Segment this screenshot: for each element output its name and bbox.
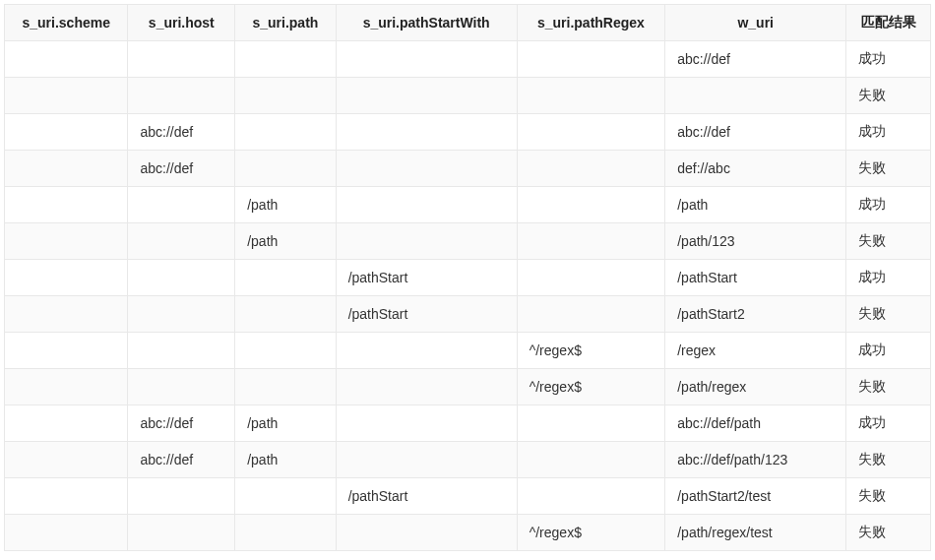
header-host: s_uri.host bbox=[128, 5, 235, 41]
cell-scheme bbox=[5, 260, 128, 296]
cell-host bbox=[128, 41, 235, 78]
cell-result: 失败 bbox=[846, 296, 931, 333]
table-row: ^/regex$/path/regex/test失败 bbox=[5, 515, 931, 551]
cell-pathRegex bbox=[517, 405, 665, 442]
cell-scheme bbox=[5, 187, 128, 223]
cell-result: 成功 bbox=[846, 187, 931, 223]
cell-w_uri: abc://def/path/123 bbox=[665, 442, 846, 478]
cell-path bbox=[235, 369, 336, 405]
cell-scheme bbox=[5, 515, 128, 551]
cell-pathRegex bbox=[517, 478, 665, 515]
cell-pathRegex bbox=[517, 296, 665, 333]
cell-pathStartWith bbox=[336, 151, 517, 187]
table-row: /path/path成功 bbox=[5, 187, 931, 223]
header-result: 匹配结果 bbox=[846, 5, 931, 41]
cell-pathStartWith bbox=[336, 442, 517, 478]
cell-pathStartWith: /pathStart bbox=[336, 296, 517, 333]
cell-pathRegex bbox=[517, 114, 665, 151]
cell-host bbox=[128, 369, 235, 405]
cell-pathStartWith bbox=[336, 41, 517, 78]
cell-path bbox=[235, 296, 336, 333]
cell-result: 成功 bbox=[846, 333, 931, 369]
header-pathregex: s_uri.pathRegex bbox=[517, 5, 665, 41]
header-wuri: w_uri bbox=[665, 5, 846, 41]
cell-host bbox=[128, 187, 235, 223]
cell-path bbox=[235, 515, 336, 551]
cell-pathRegex bbox=[517, 41, 665, 78]
cell-pathRegex bbox=[517, 151, 665, 187]
header-path: s_uri.path bbox=[235, 5, 336, 41]
table-body: abc://def成功失败abc://defabc://def成功abc://d… bbox=[5, 41, 931, 551]
cell-pathStartWith bbox=[336, 405, 517, 442]
cell-pathStartWith bbox=[336, 114, 517, 151]
cell-pathRegex bbox=[517, 78, 665, 114]
cell-scheme bbox=[5, 333, 128, 369]
cell-path bbox=[235, 151, 336, 187]
cell-host bbox=[128, 296, 235, 333]
cell-w_uri: abc://def bbox=[665, 41, 846, 78]
cell-pathRegex bbox=[517, 260, 665, 296]
table-row: ^/regex$/regex成功 bbox=[5, 333, 931, 369]
cell-pathStartWith: /pathStart bbox=[336, 260, 517, 296]
cell-result: 成功 bbox=[846, 405, 931, 442]
cell-host bbox=[128, 78, 235, 114]
cell-path bbox=[235, 333, 336, 369]
cell-result: 失败 bbox=[846, 369, 931, 405]
cell-path: /path bbox=[235, 442, 336, 478]
cell-path bbox=[235, 78, 336, 114]
cell-pathStartWith bbox=[336, 369, 517, 405]
table-row: /pathStart/pathStart2/test失败 bbox=[5, 478, 931, 515]
cell-path: /path bbox=[235, 187, 336, 223]
cell-scheme bbox=[5, 41, 128, 78]
cell-path: /path bbox=[235, 405, 336, 442]
cell-pathRegex bbox=[517, 223, 665, 260]
cell-w_uri bbox=[665, 78, 846, 114]
header-scheme: s_uri.scheme bbox=[5, 5, 128, 41]
cell-result: 失败 bbox=[846, 478, 931, 515]
table-row: /path/path/123失败 bbox=[5, 223, 931, 260]
cell-result: 失败 bbox=[846, 515, 931, 551]
cell-w_uri: /path/regex/test bbox=[665, 515, 846, 551]
cell-pathRegex: ^/regex$ bbox=[517, 333, 665, 369]
cell-scheme bbox=[5, 296, 128, 333]
cell-pathStartWith bbox=[336, 223, 517, 260]
cell-w_uri: /path/regex bbox=[665, 369, 846, 405]
table-row: ^/regex$/path/regex失败 bbox=[5, 369, 931, 405]
cell-host bbox=[128, 223, 235, 260]
cell-w_uri: def://abc bbox=[665, 151, 846, 187]
table-row: abc://def成功 bbox=[5, 41, 931, 78]
cell-pathRegex bbox=[517, 442, 665, 478]
cell-path bbox=[235, 260, 336, 296]
cell-result: 失败 bbox=[846, 151, 931, 187]
table-row: 失败 bbox=[5, 78, 931, 114]
cell-w_uri: /pathStart2 bbox=[665, 296, 846, 333]
table-row: abc://defdef://abc失败 bbox=[5, 151, 931, 187]
cell-pathRegex: ^/regex$ bbox=[517, 515, 665, 551]
cell-path bbox=[235, 114, 336, 151]
cell-scheme bbox=[5, 369, 128, 405]
cell-host: abc://def bbox=[128, 151, 235, 187]
cell-path: /path bbox=[235, 223, 336, 260]
cell-scheme bbox=[5, 405, 128, 442]
cell-result: 成功 bbox=[846, 260, 931, 296]
cell-scheme bbox=[5, 114, 128, 151]
cell-result: 失败 bbox=[846, 78, 931, 114]
cell-scheme bbox=[5, 151, 128, 187]
cell-host bbox=[128, 515, 235, 551]
cell-host bbox=[128, 260, 235, 296]
cell-w_uri: /path bbox=[665, 187, 846, 223]
table-row: /pathStart/pathStart成功 bbox=[5, 260, 931, 296]
cell-pathStartWith bbox=[336, 187, 517, 223]
cell-pathStartWith bbox=[336, 78, 517, 114]
cell-pathStartWith bbox=[336, 515, 517, 551]
cell-w_uri: /path/123 bbox=[665, 223, 846, 260]
cell-host bbox=[128, 478, 235, 515]
cell-scheme bbox=[5, 78, 128, 114]
uri-match-table: s_uri.scheme s_uri.host s_uri.path s_uri… bbox=[4, 4, 931, 551]
cell-pathStartWith: /pathStart bbox=[336, 478, 517, 515]
table-header-row: s_uri.scheme s_uri.host s_uri.path s_uri… bbox=[5, 5, 931, 41]
cell-pathRegex: ^/regex$ bbox=[517, 369, 665, 405]
cell-w_uri: /pathStart2/test bbox=[665, 478, 846, 515]
cell-w_uri: /regex bbox=[665, 333, 846, 369]
cell-pathStartWith bbox=[336, 333, 517, 369]
